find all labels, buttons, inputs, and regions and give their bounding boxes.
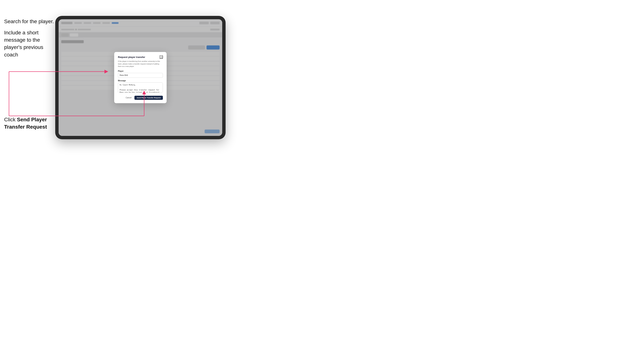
cancel-button[interactable]: Cancel [124,96,133,100]
modal-header: Request player transfer × [118,55,163,59]
modal-title: Request player transfer [118,56,145,58]
player-input[interactable] [118,73,163,78]
modal-dialog: Request player transfer × If the player … [114,52,166,103]
message-field-label: Message [118,80,163,82]
player-field-label: Player [118,70,163,72]
modal-overlay: Request player transfer × If the player … [58,19,222,136]
annotation-search: Search for the player. [4,18,54,25]
tablet-screen: Request player transfer × If the player … [58,19,222,136]
annotation-message: Include a short message to the player's … [4,29,53,58]
annotation-click-prefix: Click [4,117,17,122]
modal-description: If the player is transferring from anoth… [118,60,163,68]
tablet-frame: Request player transfer × If the player … [55,16,226,139]
annotation-click: Click Send Player Transfer Request [4,116,53,131]
modal-footer: Cancel Send Player Transfer Request [118,96,163,100]
message-textarea[interactable]: Hi Coach McHarg, Please accept this tran… [118,82,163,93]
send-transfer-request-button[interactable]: Send Player Transfer Request [134,96,163,100]
modal-close-button[interactable]: × [160,55,163,59]
